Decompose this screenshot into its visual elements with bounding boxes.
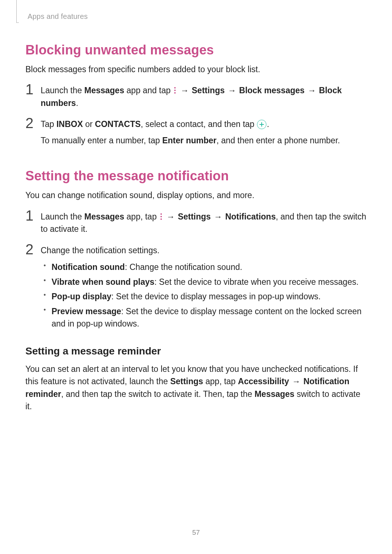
section-intro-blocking: Block messages from specific numbers add… [25,63,367,75]
more-options-icon [173,87,177,94]
page-container: Apps and features Blocking unwanted mess… [0,0,392,554]
step-1-blocking: 1 Launch the Messages app and tap → Sett… [25,84,367,113]
arrow-icon: → [180,84,189,97]
bold-text: Accessibility [238,377,289,386]
text: Launch the [41,86,84,95]
breadcrumb: Apps and features [28,12,367,21]
svg-point-2 [174,92,176,94]
text: app, tap [203,377,238,386]
arrow-icon: → [227,84,237,97]
text: Launch the [41,212,84,221]
step-2-notification: 2 Change the notification settings. Noti… [25,244,367,332]
page-number: 57 [0,529,392,537]
text: : Set the device to display messages in … [111,292,321,301]
svg-point-5 [160,218,162,220]
bold-text: Messages [254,389,294,399]
page-tab-marker [16,0,19,23]
text: . [267,119,269,129]
arrow-icon: → [291,375,301,388]
text: app, tap [124,212,159,221]
bold-text: Settings [170,377,203,386]
bold-text: INBOX [56,119,83,129]
text: : Set the device to vibrate when you rec… [154,277,359,287]
text: app and tap [124,86,173,95]
step-body: Change the notification settings. Notifi… [41,244,367,332]
text: , select a contact, and then tap [141,119,257,129]
bold-text: Notification sound [52,262,125,272]
step-2-blocking: 2 Tap INBOX or CONTACTS, select a contac… [25,118,367,150]
section-title-notification: Setting the message notification [25,168,367,184]
bold-text: Preview message [52,307,121,316]
arrow-icon: → [213,210,223,223]
list-item: Pop-up display: Set the device to displa… [52,290,367,303]
text: , and then tap the switch to activate it… [61,389,254,399]
bullet-list: Notification sound: Change the notificat… [41,261,367,330]
arrow-icon: → [307,84,317,97]
text: : Change the notification sound. [125,262,242,272]
bold-text: Enter number [162,136,217,145]
bold-text: Notifications [225,212,275,221]
step-body: Tap INBOX or CONTACTS, select a contact,… [41,118,367,150]
bold-text: Settings [178,212,211,221]
svg-point-0 [174,87,176,89]
section-title-blocking: Blocking unwanted messages [25,42,367,58]
bold-text: Pop-up display [52,292,111,301]
list-item: Vibrate when sound plays: Set the device… [52,276,367,288]
arrow-icon: → [166,210,176,223]
bold-text: Block messages [239,86,305,95]
bold-text: Messages [84,212,124,221]
step-body: Launch the Messages app and tap → Settin… [41,84,367,113]
add-icon [257,120,266,129]
text: . [76,98,78,108]
step-number: 2 [25,116,41,130]
step-number: 1 [25,208,41,223]
text: , and then enter a phone number. [217,136,340,145]
section-intro-notification: You can change notification sound, displ… [25,189,367,201]
step-number: 1 [25,82,41,97]
bold-text: Vibrate when sound plays [52,277,154,287]
bold-text: CONTACTS [95,119,141,129]
text: or [83,119,95,129]
paragraph: You can set an alert at an interval to l… [25,363,367,413]
step-body: Launch the Messages app, tap → Settings … [41,210,367,239]
text: Tap [41,119,56,129]
list-item: Notification sound: Change the notificat… [52,261,367,274]
step-number: 2 [25,242,41,257]
subsection-title-reminder: Setting a message reminder [25,345,367,357]
text: To manually enter a number, tap [41,136,162,145]
svg-point-1 [174,90,176,91]
text: Change the notification settings. [41,244,367,257]
bold-text: Settings [192,86,225,95]
svg-point-3 [160,213,162,215]
more-options-icon [159,213,163,220]
bold-text: Messages [84,86,124,95]
list-item: Preview message: Set the device to displ… [52,305,367,330]
step-1-notification: 1 Launch the Messages app, tap → Setting… [25,210,367,239]
svg-point-4 [160,216,162,217]
